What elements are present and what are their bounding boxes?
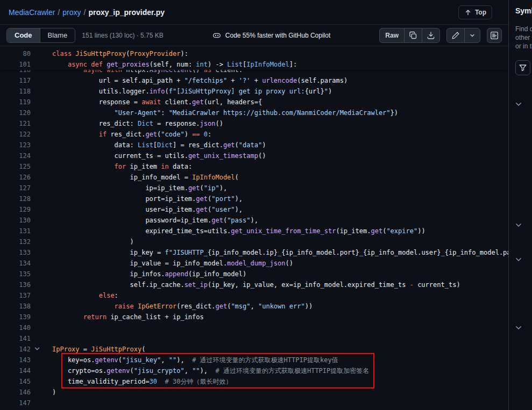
code-text: ip_key = f"JISUHTTP_{ip_info_model.ip}_{…	[31, 247, 508, 258]
sticky-scope-lines: 80class JiSuHttpProxy(ProxyProvider):101…	[0, 48, 508, 70]
symbol-group-toggle[interactable]	[514, 220, 525, 231]
code-text: return ip_cache_list + ip_infos	[31, 312, 204, 322]
symbol-group-toggle[interactable]	[514, 99, 525, 110]
panel-outline-icon	[490, 31, 499, 40]
line-number[interactable]: 118	[0, 86, 31, 97]
line-number[interactable]: 137	[0, 290, 31, 301]
code-text: class JiSuHttpProxy(ProxyProvider):	[31, 48, 188, 59]
symbol-group-toggle[interactable]	[514, 322, 525, 333]
line-number[interactable]: 124	[0, 150, 31, 161]
breadcrumb-repo-link[interactable]: MediaCrawler	[9, 8, 55, 17]
symbols-panel-description: Find definitions and references for func…	[515, 25, 532, 51]
code-line: 139 return ip_cache_list + ip_infos	[0, 312, 508, 322]
tab-blame[interactable]: Blame	[40, 28, 75, 42]
line-number[interactable]: 126	[0, 172, 31, 183]
code-text: ip=ip_item.get("ip"),	[31, 183, 227, 193]
code-line: 128 port=ip_item.get("port"),	[0, 193, 508, 204]
copilot-banner[interactable]: Code 55% faster with GitHub Copilot	[212, 31, 330, 40]
code-line: 101 async def get_proxies(self, num: int…	[0, 59, 508, 70]
code-line: 133 ip_key = f"JISUHTTP_{ip_info_model.i…	[0, 247, 508, 258]
copy-raw-button[interactable]	[404, 28, 422, 42]
line-number[interactable]: 135	[0, 269, 31, 279]
symbol-group-toggle[interactable]	[514, 254, 525, 265]
code-text: data: List[Dict] = res_dict.get("data")	[31, 140, 266, 150]
line-number[interactable]: 120	[0, 107, 31, 118]
code-text: current_ts = utils.get_unix_timestamp()	[31, 150, 266, 161]
line-number[interactable]: 140	[0, 322, 31, 333]
code-text: IpProxy = JiSuHttpProxy(	[31, 344, 145, 355]
line-number[interactable]: 132	[0, 236, 31, 247]
line-number[interactable]: 127	[0, 183, 31, 193]
filter-funnel-icon	[519, 63, 527, 72]
code-text	[31, 333, 52, 344]
code-text: "User-Agent": "MediaCrawler https://gith…	[31, 107, 398, 118]
symbols-filter-button[interactable]	[515, 60, 530, 75]
line-number[interactable]: 143	[0, 355, 31, 365]
line-number[interactable]: 144	[0, 365, 31, 376]
code-line: 142IpProxy = JiSuHttpProxy(	[0, 344, 508, 355]
code-text: time_validity_period=30 # 30分钟（最长时效）	[31, 376, 232, 387]
line-number[interactable]: 134	[0, 258, 31, 269]
code-line: 140	[0, 322, 508, 333]
code-line: 117 url = self.api_path + "/fetchips" + …	[0, 75, 508, 86]
line-number[interactable]: 101	[0, 59, 31, 70]
code-line: 130 password=ip_item.get("pass"),	[0, 215, 508, 226]
code-line: 121 res_dict: Dict = response.json()	[0, 118, 508, 129]
code-text	[31, 322, 52, 333]
line-number[interactable]: 139	[0, 312, 31, 322]
line-number[interactable]: 117	[0, 75, 31, 86]
code-line: 131 expired_time_ts=utils.get_unix_time_…	[0, 226, 508, 236]
code-text: utils.logger.info(f"[JiSuHttpProxy] get …	[31, 86, 332, 97]
line-number[interactable]: 129	[0, 204, 31, 215]
line-number[interactable]: 121	[0, 118, 31, 129]
chevron-down-icon	[514, 323, 525, 332]
code-line: 143 key=os.getenv("jisu_key", ""), # 通过环…	[0, 355, 508, 365]
chevron-down-icon	[469, 32, 476, 39]
breadcrumb-folder-link[interactable]: proxy	[62, 8, 81, 17]
line-number[interactable]: 123	[0, 140, 31, 150]
code-text: crypto=os.getenv("jisu_crypto", ""), # 通…	[31, 365, 369, 376]
scroll-to-top-button[interactable]: Top	[458, 5, 492, 19]
code-lines: 117 url = self.api_path + "/fetchips" + …	[0, 75, 508, 408]
line-number[interactable]: 128	[0, 193, 31, 204]
breadcrumb-separator: /	[58, 8, 60, 17]
line-number[interactable]: 146	[0, 387, 31, 398]
collapse-chevron-icon[interactable]	[33, 345, 41, 353]
edit-dropdown-button[interactable]	[464, 28, 480, 42]
raw-button[interactable]: Raw	[380, 28, 404, 42]
line-number[interactable]: 138	[0, 301, 31, 312]
code-line: 135 ip_infos.append(ip_info_model)	[0, 269, 508, 279]
line-number[interactable]: 145	[0, 376, 31, 387]
code-text: if res_dict.get("code") == 0:	[31, 129, 211, 140]
line-number[interactable]: 125	[0, 161, 31, 172]
line-number[interactable]: 80	[0, 48, 31, 59]
line-number[interactable]: 142	[0, 344, 31, 355]
symbols-panel-button[interactable]	[487, 28, 502, 43]
code-text: response = await client.get(url, headers…	[31, 97, 262, 107]
code-line: 134 ip_value = ip_info_model.model_dump_…	[0, 258, 508, 269]
edit-button[interactable]	[447, 28, 464, 42]
line-number[interactable]: 141	[0, 333, 31, 344]
file-meta-text: 151 lines (130 loc) · 5.75 KB	[82, 32, 163, 39]
line-number[interactable]: 136	[0, 279, 31, 290]
breadcrumb-bar: MediaCrawler/proxy/proxy_ip_provider.py …	[0, 0, 508, 25]
code-line: 146)	[0, 387, 508, 398]
code-text: port=ip_item.get("port"),	[31, 193, 243, 204]
code-text	[31, 398, 52, 408]
code-text: url = self.api_path + "/fetchips" + '?' …	[31, 75, 347, 86]
line-number[interactable]: 147	[0, 398, 31, 408]
line-number[interactable]: 131	[0, 226, 31, 236]
code-text: )	[31, 236, 134, 247]
code-line: 80class JiSuHttpProxy(ProxyProvider):	[0, 48, 508, 59]
line-number[interactable]: 130	[0, 215, 31, 226]
code-text: res_dict: Dict = response.json()	[31, 118, 223, 129]
line-number[interactable]: 122	[0, 129, 31, 140]
tab-code[interactable]: Code	[7, 28, 40, 42]
download-raw-button[interactable]	[422, 28, 439, 42]
code-line: 123 data: List[Dict] = res_dict.get("dat…	[0, 140, 508, 150]
code-text: password=ip_item.get("pass"),	[31, 215, 258, 226]
line-number[interactable]: 133	[0, 247, 31, 258]
line-number[interactable]: 119	[0, 97, 31, 107]
code-line: 144 crypto=os.getenv("jisu_crypto", ""),…	[0, 365, 508, 376]
code-blame-switcher: Code Blame	[6, 28, 75, 43]
